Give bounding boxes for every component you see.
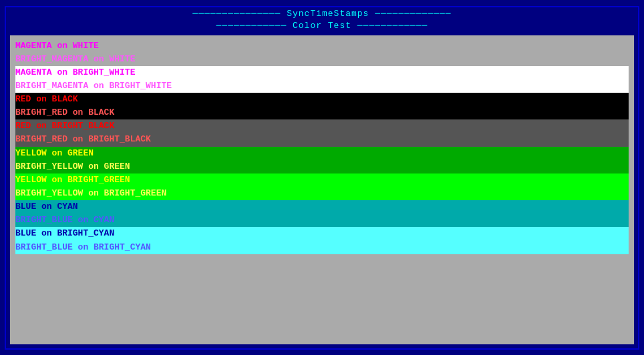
title-bar: ─────────────── SyncTimeStamps ─────────…	[6, 7, 638, 20]
blue-on-cyan: BLUE on CYAN	[15, 200, 629, 214]
outer-window: ─────────────── SyncTimeStamps ─────────…	[5, 6, 639, 350]
bright-blue-on-cyan: BRIGHT_BLUE on CYAN	[15, 214, 629, 227]
bright-red-on-black: BRIGHT_RED on BLACK	[15, 106, 629, 119]
bright-magenta-on-bright-white: BRIGHT_MAGENTA on BRIGHT_WHITE	[15, 79, 629, 93]
magenta-on-bright-white: MAGENTA on BRIGHT_WHITE	[15, 66, 629, 79]
yellow-on-bright-green: YELLOW on BRIGHT_GREEN	[15, 173, 629, 187]
subtitle-bar: ──────────── Color Test ────────────	[6, 20, 638, 31]
bright-magenta-on-white: BRIGHT_MAGENTA on WHITE	[15, 53, 629, 66]
bright-yellow-on-green: BRIGHT_YELLOW on GREEN	[15, 160, 629, 173]
red-on-bright-black: RED on BRIGHT_BLACK	[15, 119, 629, 133]
blue-on-bright-cyan: BLUE on BRIGHT_CYAN	[15, 227, 629, 240]
inner-window: MAGENTA on WHITEBRIGHT_MAGENTA on WHITEM…	[9, 34, 635, 346]
magenta-on-white: MAGENTA on WHITE	[15, 39, 629, 53]
bright-blue-on-bright-cyan: BRIGHT_BLUE on BRIGHT_CYAN	[15, 241, 629, 254]
bright-red-on-bright-black: BRIGHT_RED on BRIGHT_BLACK	[15, 133, 629, 146]
yellow-on-green: YELLOW on GREEN	[15, 147, 629, 160]
red-on-black: RED on BLACK	[15, 93, 629, 106]
bright-yellow-on-bright-green: BRIGHT_YELLOW on BRIGHT_GREEN	[15, 187, 629, 200]
